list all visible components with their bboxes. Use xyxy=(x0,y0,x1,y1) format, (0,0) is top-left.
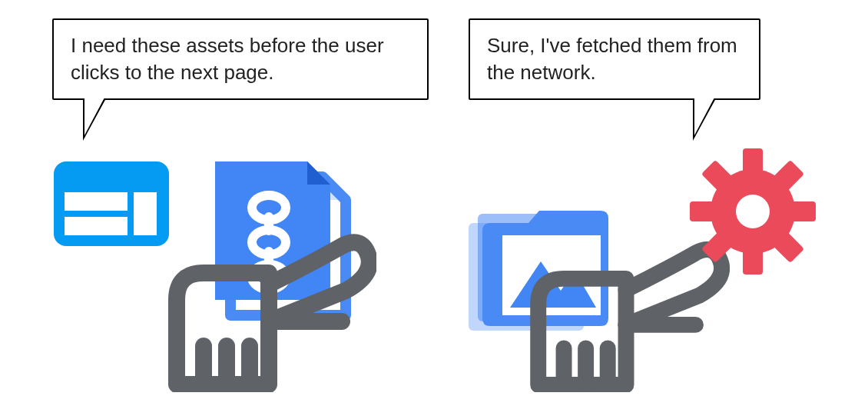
svg-rect-1 xyxy=(65,192,128,211)
speech-bubble-page: I need these assets before the user clic… xyxy=(52,18,429,100)
speech-tail-fill xyxy=(84,98,104,135)
settings-gear-icon xyxy=(687,146,818,277)
speech-text-right: Sure, I've fetched them from the network… xyxy=(487,34,737,84)
speech-tail-fill xyxy=(694,98,714,135)
speech-bubble-worker: Sure, I've fetched them from the network… xyxy=(469,18,760,100)
speech-text-left: I need these assets before the user clic… xyxy=(71,34,384,84)
svg-rect-3 xyxy=(134,192,157,235)
prefetch-diagram: I need these assets before the user clic… xyxy=(0,0,868,406)
svg-point-27 xyxy=(736,195,770,228)
webpage-layout-icon xyxy=(54,161,169,246)
svg-rect-2 xyxy=(65,217,128,235)
hand-offering-left-icon xyxy=(161,231,376,392)
